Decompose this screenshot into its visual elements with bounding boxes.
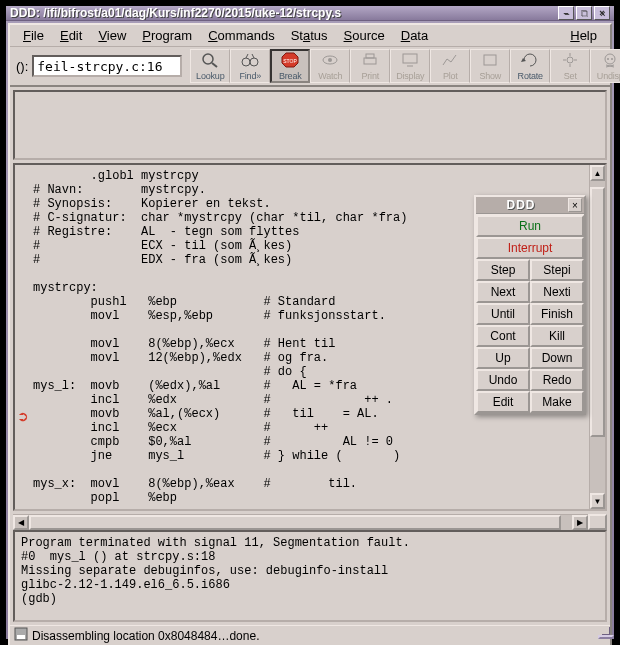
- svg-point-20: [607, 58, 609, 60]
- finish-button[interactable]: Finish: [530, 303, 584, 325]
- hscroll-thumb[interactable]: [29, 515, 561, 530]
- magnifier-icon: [201, 52, 219, 70]
- menubar: File Edit View Program Commands Status S…: [10, 25, 610, 47]
- svg-point-3: [250, 58, 258, 66]
- statusbar: Disassembling location 0x8048484…done.: [10, 625, 610, 645]
- menu-file[interactable]: File: [16, 26, 51, 45]
- menu-data[interactable]: Data: [394, 26, 435, 45]
- scroll-left-icon[interactable]: ◀: [13, 515, 29, 530]
- source-gutter: ➲: [15, 165, 33, 509]
- down-button[interactable]: Down: [530, 347, 584, 369]
- make-button[interactable]: Make: [530, 391, 584, 413]
- app-window: DDD: /ifi/bifrost/a01/dag/Kurs/inf2270/2…: [5, 5, 615, 640]
- titlebar[interactable]: DDD: /ifi/bifrost/a01/dag/Kurs/inf2270/2…: [6, 6, 614, 21]
- lookup-button[interactable]: Lookup: [190, 49, 230, 83]
- maximize-button[interactable]: □: [576, 6, 592, 20]
- up-button[interactable]: Up: [476, 347, 530, 369]
- svg-rect-12: [484, 55, 496, 65]
- interrupt-button[interactable]: Interrupt: [476, 237, 584, 259]
- next-button[interactable]: Next: [476, 281, 530, 303]
- run-button[interactable]: Run: [476, 215, 584, 237]
- menu-view[interactable]: View: [91, 26, 133, 45]
- menu-commands[interactable]: Commands: [201, 26, 281, 45]
- skull-icon: [601, 52, 619, 70]
- menu-program[interactable]: Program: [135, 26, 199, 45]
- menu-help[interactable]: Help: [563, 26, 604, 45]
- svg-point-2: [242, 58, 250, 66]
- undisp-button[interactable]: Undisp: [590, 49, 620, 83]
- plot-button[interactable]: Plot: [430, 49, 470, 83]
- command-tool-titlebar[interactable]: DDD ×: [476, 197, 584, 215]
- rotate-button[interactable]: Rotate: [510, 49, 550, 83]
- print-button[interactable]: Print: [350, 49, 390, 83]
- svg-point-7: [328, 58, 332, 62]
- minimize-button[interactable]: –: [558, 6, 574, 20]
- svg-marker-13: [521, 58, 526, 62]
- show-icon: [481, 52, 499, 70]
- svg-point-19: [605, 54, 615, 64]
- stop-icon: STOP: [281, 52, 299, 70]
- location-input[interactable]: [32, 55, 182, 77]
- eye-icon: [321, 52, 339, 70]
- toolbar: (): Lookup Find» STOP: [10, 47, 610, 87]
- command-tool[interactable]: DDD × Run Interrupt Step Stepi Next Next…: [474, 195, 586, 415]
- current-line-icon: ➲: [17, 410, 29, 422]
- svg-point-0: [203, 54, 213, 64]
- gear-icon: [561, 52, 579, 70]
- chart-icon: [441, 52, 459, 70]
- close-button[interactable]: ×: [594, 6, 610, 20]
- break-button[interactable]: STOP Break: [270, 49, 310, 83]
- source-hscrollbar[interactable]: ◀ ▶: [13, 514, 588, 530]
- disk-icon: [14, 627, 28, 644]
- scroll-thumb[interactable]: [590, 187, 605, 437]
- toolbar-buttons: Lookup Find» STOP Break Watch: [190, 49, 620, 83]
- resize-grip[interactable]: [598, 635, 614, 639]
- nexti-button[interactable]: Nexti: [530, 281, 584, 303]
- toolbar-prefix: ():: [16, 59, 32, 74]
- menu-source[interactable]: Source: [337, 26, 392, 45]
- rotate-icon: [521, 52, 539, 70]
- svg-text:STOP: STOP: [284, 58, 298, 64]
- scroll-right-icon[interactable]: ▶: [572, 515, 588, 530]
- redo-button[interactable]: Redo: [530, 369, 584, 391]
- kill-button[interactable]: Kill: [530, 325, 584, 347]
- monitor-icon: [401, 52, 419, 70]
- debugger-console[interactable]: Program terminated with signal 11, Segme…: [13, 530, 607, 622]
- svg-point-21: [611, 58, 613, 60]
- scroll-up-icon[interactable]: ▲: [590, 165, 605, 181]
- scroll-down-icon[interactable]: ▼: [590, 493, 605, 509]
- svg-rect-10: [403, 54, 417, 63]
- edit-button[interactable]: Edit: [476, 391, 530, 413]
- set-button[interactable]: Set: [550, 49, 590, 83]
- svg-rect-9: [366, 54, 374, 58]
- binoculars-icon: [241, 52, 259, 70]
- client-area: File Edit View Program Commands Status S…: [8, 23, 612, 645]
- svg-rect-8: [364, 58, 376, 64]
- until-button[interactable]: Until: [476, 303, 530, 325]
- printer-icon: [361, 52, 379, 70]
- status-text: Disassembling location 0x8048484…done.: [32, 629, 259, 643]
- cont-button[interactable]: Cont: [476, 325, 530, 347]
- command-tool-close[interactable]: ×: [568, 198, 582, 212]
- step-button[interactable]: Step: [476, 259, 530, 281]
- show-button[interactable]: Show: [470, 49, 510, 83]
- svg-rect-25: [17, 635, 25, 639]
- window-title: DDD: /ifi/bifrost/a01/dag/Kurs/inf2270/2…: [10, 6, 556, 20]
- menu-status[interactable]: Status: [284, 26, 335, 45]
- menu-edit[interactable]: Edit: [53, 26, 89, 45]
- display-button[interactable]: Display: [390, 49, 430, 83]
- stepi-button[interactable]: Stepi: [530, 259, 584, 281]
- svg-line-1: [212, 63, 217, 67]
- find-forward-button[interactable]: Find»: [230, 49, 270, 83]
- undo-button[interactable]: Undo: [476, 369, 530, 391]
- svg-point-14: [567, 57, 573, 63]
- data-panel[interactable]: [13, 90, 607, 160]
- watch-button[interactable]: Watch: [310, 49, 350, 83]
- source-vscrollbar[interactable]: ▲ ▼: [589, 165, 605, 509]
